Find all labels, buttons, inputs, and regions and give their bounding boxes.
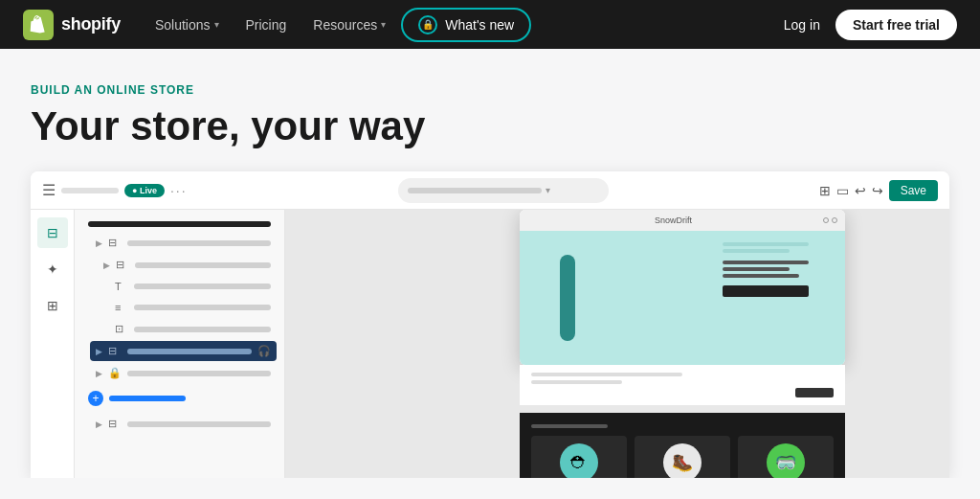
expand-icon: ▶ — [96, 420, 102, 429]
logo[interactable]: shopify — [23, 10, 121, 40]
store-preview: SnowDrift — [520, 210, 845, 478]
chevron-down-icon: ▾ — [381, 19, 386, 30]
url-chevron-icon: ▾ — [546, 185, 550, 195]
middle-section — [520, 365, 845, 405]
mid-btn-row — [531, 388, 834, 397]
expand-icon: ▶ — [96, 347, 102, 356]
progress-bar — [109, 396, 186, 401]
product-boots: 🥾 — [635, 436, 730, 478]
mid-bar-1 — [531, 373, 682, 376]
dark-header-bar — [531, 424, 608, 428]
product-price-line — [723, 274, 799, 278]
undo-icon[interactable]: ↩ — [855, 183, 866, 198]
store-info-lines — [723, 261, 837, 278]
panel-header-bar — [88, 221, 271, 227]
store-hero-area — [520, 231, 845, 365]
lock-label-bar — [127, 371, 271, 376]
store-ctrl-dot — [832, 217, 837, 223]
boots-image: 🥾 — [663, 443, 702, 478]
announcement-label-bar — [135, 262, 271, 268]
topbar-left: ☰ ● Live ··· — [42, 181, 188, 199]
store-controls — [823, 217, 837, 223]
panel-announcement-item[interactable]: ▶ ⊟ — [98, 255, 277, 275]
nav-resources[interactable]: Resources ▾ — [301, 11, 397, 38]
editor-body: ⊟ ✦ ⊞ ▶ ⊟ ▶ ⊟ — [31, 210, 949, 478]
lock-section-icon: 🔒 — [108, 367, 122, 379]
announcement-icon: ⊟ — [116, 259, 129, 271]
sidebar-sections-icon[interactable]: ⊟ — [37, 217, 68, 248]
editor-topbar: ☰ ● Live ··· ▾ ⊞ ▭ ↩ ↪ Save — [31, 171, 949, 210]
hamburger-icon[interactable]: ☰ — [42, 181, 56, 199]
mobile-icon[interactable]: ▭ — [836, 183, 849, 198]
store-info-panel — [723, 242, 837, 297]
dark-products-section: ⛑ 🥾 — [520, 413, 845, 478]
navigation: shopify Solutions ▾ Pricing Resources ▾ … — [0, 0, 980, 49]
footer-label-bar — [127, 421, 271, 427]
redo-icon[interactable]: ↪ — [872, 183, 883, 198]
panel-selected-item[interactable]: ▶ ⊟ 🎧 — [90, 341, 277, 361]
goggles-image: 🥽 — [767, 443, 805, 478]
sidebar-themes-icon[interactable]: ✦ — [37, 254, 68, 284]
store-browser-topbar: SnowDrift — [520, 210, 845, 231]
expand-icon: ▶ — [96, 369, 102, 378]
text-label-bar — [134, 284, 271, 289]
store-nav-bar-2 — [723, 249, 790, 253]
nav-section-icon: ⊟ — [108, 237, 122, 249]
product-goggles: 🥽 — [738, 436, 834, 478]
lines-label-bar — [134, 305, 271, 310]
panel-add-section-item[interactable]: + — [82, 387, 277, 410]
start-trial-button[interactable]: Start free trial — [835, 10, 957, 40]
nav-right: Log in Start free trial — [784, 10, 957, 40]
hero-section: BUILD AN ONLINE STORE Your store, your w… — [0, 49, 980, 478]
logo-text: shopify — [61, 14, 121, 34]
sidebar-apps-icon[interactable]: ⊞ — [37, 290, 68, 321]
panel-text-item[interactable]: T — [109, 277, 277, 296]
devices-icon[interactable]: ⊞ — [819, 183, 831, 198]
selected-section-icon: ⊟ — [108, 345, 122, 357]
selected-label-bar — [127, 349, 252, 354]
panel-nav-item[interactable]: ▶ ⊟ — [90, 233, 277, 253]
expand-icon: ▶ — [96, 238, 102, 248]
expand-icon: ▶ — [103, 261, 110, 270]
lines-icon: ≡ — [115, 302, 128, 313]
mid-action-button — [795, 388, 834, 397]
mid-bar-2 — [531, 380, 622, 384]
products-grid: ⛑ 🥾 — [531, 436, 834, 478]
text-icon: T — [115, 281, 128, 292]
product-helmet: ⛑ — [531, 436, 627, 478]
status-pill: ● Live — [124, 184, 165, 197]
editor-preview: ☰ ● Live ··· ▾ ⊞ ▭ ↩ ↪ Save — [31, 171, 949, 478]
nav-solutions[interactable]: Solutions ▾ — [144, 11, 231, 38]
headphone-icon: 🎧 — [257, 345, 271, 357]
url-text — [408, 188, 542, 193]
nav-label-bar — [127, 240, 271, 246]
panel-header-item — [82, 217, 277, 231]
login-button[interactable]: Log in — [784, 17, 820, 33]
panel-media-item[interactable]: ⊡ — [109, 319, 277, 339]
add-section-button[interactable]: + — [88, 391, 103, 406]
shopify-logo-icon — [23, 10, 54, 40]
helmet-image: ⛑ — [560, 443, 598, 478]
media-label-bar — [134, 327, 271, 332]
hero-title: Your store, your way — [31, 104, 949, 148]
save-button[interactable]: Save — [889, 180, 938, 201]
nav-pricing[interactable]: Pricing — [234, 11, 299, 38]
panel-lock-item[interactable]: ▶ 🔒 — [90, 363, 277, 383]
snowboard-product-image — [520, 231, 615, 365]
product-title-line — [723, 261, 809, 264]
store-browser: SnowDrift — [520, 210, 845, 365]
lock-icon: 🔒 — [418, 15, 437, 34]
breadcrumb-bar — [61, 188, 119, 193]
more-options-icon[interactable]: ··· — [170, 183, 188, 198]
panel-footer-item[interactable]: ▶ ⊟ — [90, 414, 277, 434]
store-nav-bar — [723, 242, 809, 246]
product-subtitle-line — [723, 267, 790, 271]
topbar-right: ⊞ ▭ ↩ ↪ Save — [819, 180, 938, 201]
url-bar[interactable]: ▾ — [398, 178, 609, 203]
panel-lines-item[interactable]: ≡ — [109, 298, 277, 317]
whats-new-button[interactable]: 🔒 What's new — [401, 8, 531, 42]
hero-eyebrow: BUILD AN ONLINE STORE — [31, 83, 949, 97]
topbar-center: ▾ — [195, 178, 812, 203]
store-title: SnowDrift — [527, 215, 819, 225]
store-ctrl-dot — [823, 217, 829, 223]
